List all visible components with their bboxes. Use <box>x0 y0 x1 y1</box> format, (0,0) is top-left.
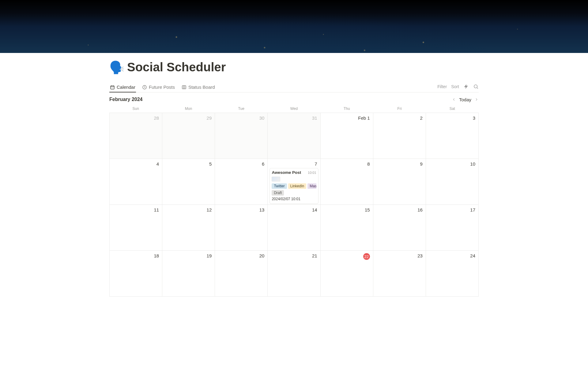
day-of-week-header: SunMonTueWedThuFriSat <box>109 105 479 113</box>
svg-rect-0 <box>111 86 114 89</box>
dow-label: Sun <box>109 105 162 113</box>
day-number: 21 <box>312 253 317 258</box>
calendar-cell[interactable]: 22 <box>321 251 373 297</box>
calendar-cell[interactable]: 6 <box>215 159 268 205</box>
event-card[interactable]: Awesome Post10:01TwitterLinkedInMastodon… <box>270 168 318 204</box>
tag-twitter: Twitter <box>272 183 287 189</box>
filter-button[interactable]: Filter <box>437 84 447 89</box>
calendar-cell[interactable]: 4 <box>110 159 162 205</box>
day-number: 8 <box>367 161 370 167</box>
event-tags-row2: Draft <box>272 190 316 196</box>
event-datetime: 2024/02/07 10:01 <box>272 197 316 201</box>
next-month-button[interactable] <box>474 97 479 102</box>
day-number: 6 <box>262 161 264 167</box>
day-number: 22 <box>363 253 370 260</box>
tab-future-posts[interactable]: Future Posts <box>141 83 175 92</box>
day-number: Feb 1 <box>358 115 370 121</box>
day-number: 3 <box>473 115 475 121</box>
event-tags: TwitterLinkedInMastodon <box>272 183 316 189</box>
day-number: 16 <box>417 207 423 212</box>
day-number: 31 <box>312 115 317 121</box>
calendar-cell[interactable]: 29 <box>162 113 215 159</box>
day-number: 17 <box>470 207 475 212</box>
calendar-cell[interactable]: 13 <box>215 205 268 251</box>
page-icon[interactable]: 🗣️ <box>109 61 125 73</box>
calendar-cell[interactable]: 30 <box>215 113 268 159</box>
calendar-grid: 28293031Feb 1234567Awesome Post10:01Twit… <box>109 113 479 297</box>
calendar-cell[interactable]: 12 <box>162 205 215 251</box>
view-actions: Filter Sort <box>437 84 479 91</box>
cover-image <box>0 0 588 53</box>
calendar-cell[interactable]: 2 <box>373 113 426 159</box>
day-number: 4 <box>156 161 159 167</box>
calendar-cell[interactable]: 21 <box>268 251 320 297</box>
tag-mastodon: Mastodon <box>307 183 316 189</box>
calendar-cell[interactable]: Feb 1 <box>321 113 373 159</box>
view-tabs: CalendarFuture PostsStatus Board <box>109 83 216 92</box>
calendar-cell[interactable]: 20 <box>215 251 268 297</box>
day-number: 18 <box>154 253 159 258</box>
page-title[interactable]: Social Scheduler <box>127 60 226 74</box>
calendar-cell[interactable]: 9 <box>373 159 426 205</box>
dow-label: Fri <box>373 105 426 113</box>
tag-linkedin: LinkedIn <box>288 183 306 189</box>
calendar-cell[interactable]: 3 <box>426 113 479 159</box>
calendar-cell[interactable]: 18 <box>110 251 162 297</box>
calendar-cell[interactable]: 16 <box>373 205 426 251</box>
calendar-cell[interactable]: 15 <box>321 205 373 251</box>
day-number: 30 <box>259 115 265 121</box>
day-number: 29 <box>207 115 212 121</box>
prev-month-button[interactable] <box>452 97 456 102</box>
sort-button[interactable]: Sort <box>451 84 459 89</box>
dow-label: Wed <box>268 105 320 113</box>
today-badge: 22 <box>363 253 370 260</box>
dow-label: Tue <box>215 105 268 113</box>
day-number: 19 <box>207 253 212 258</box>
calendar-cell[interactable]: 24 <box>426 251 479 297</box>
calendar-cell[interactable]: 8 <box>321 159 373 205</box>
calendar-cell[interactable]: 5 <box>162 159 215 205</box>
dow-label: Sat <box>426 105 479 113</box>
tab-label: Calendar <box>117 84 135 90</box>
svg-line-9 <box>477 88 478 88</box>
event-title: Awesome Post <box>272 170 301 175</box>
calendar-cell[interactable]: 14 <box>268 205 320 251</box>
tab-calendar[interactable]: Calendar <box>109 83 136 92</box>
day-number: 5 <box>209 161 212 167</box>
calendar-cell[interactable]: 28 <box>110 113 162 159</box>
day-number: 7 <box>315 161 317 167</box>
dow-label: Mon <box>162 105 215 113</box>
event-thumbnail <box>272 177 280 182</box>
today-button[interactable]: Today <box>459 97 471 102</box>
day-number: 13 <box>259 207 265 212</box>
automations-icon[interactable] <box>463 84 469 89</box>
calendar-cell[interactable]: 17 <box>426 205 479 251</box>
day-number: 15 <box>365 207 370 212</box>
tab-label: Future Posts <box>149 84 175 90</box>
day-number: 9 <box>420 161 423 167</box>
day-number: 10 <box>470 161 475 167</box>
calendar-cell[interactable]: 31 <box>268 113 320 159</box>
tab-label: Status Board <box>188 84 215 90</box>
calendar-cell[interactable]: 10 <box>426 159 479 205</box>
month-label: February 2024 <box>109 97 143 102</box>
calendar-cell[interactable]: 19 <box>162 251 215 297</box>
calendar-cell[interactable]: 7Awesome Post10:01TwitterLinkedInMastodo… <box>268 159 320 205</box>
day-number: 28 <box>154 115 159 121</box>
dow-label: Thu <box>320 105 373 113</box>
day-number: 2 <box>420 115 423 121</box>
day-number: 12 <box>207 207 212 212</box>
calendar-cell[interactable]: 23 <box>373 251 426 297</box>
page-header: 🗣️ Social Scheduler <box>109 53 479 74</box>
day-number: 14 <box>312 207 317 212</box>
calendar-cell[interactable]: 11 <box>110 205 162 251</box>
event-time: 10:01 <box>308 171 316 174</box>
svg-point-8 <box>474 85 477 88</box>
day-number: 11 <box>154 207 159 212</box>
search-icon[interactable] <box>473 84 479 89</box>
tag-draft: Draft <box>272 190 284 196</box>
day-number: 20 <box>259 253 265 258</box>
tab-status-board[interactable]: Status Board <box>181 83 216 92</box>
day-number: 23 <box>417 253 423 258</box>
svg-rect-5 <box>182 85 186 89</box>
